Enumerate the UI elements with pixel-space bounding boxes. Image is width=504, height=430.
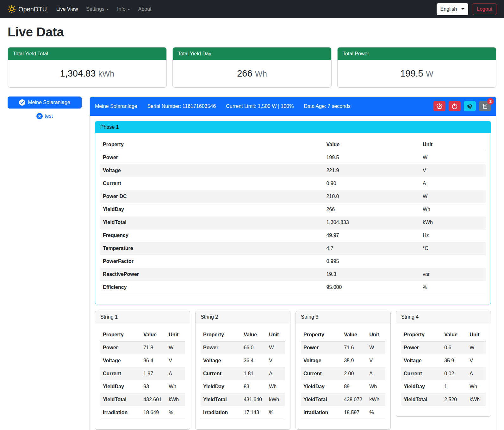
unit-cell: V bbox=[420, 164, 486, 177]
nav-item-label: Settings bbox=[86, 5, 104, 13]
table-row: YieldDay 89 Wh bbox=[301, 380, 385, 393]
limit-settings-button[interactable] bbox=[433, 101, 445, 111]
value-cell: 1.97 bbox=[141, 367, 166, 380]
card-value: 266 Wh bbox=[173, 60, 331, 87]
card-header: Total Yield Total bbox=[8, 47, 166, 60]
table-row: Frequency 49.97 Hz bbox=[100, 229, 486, 242]
value-cell: 0.6 bbox=[442, 341, 467, 354]
property-cell: Power bbox=[201, 341, 241, 354]
column-header-value: Value bbox=[141, 328, 166, 341]
unit-cell: W bbox=[166, 341, 185, 354]
property-cell: YieldDay bbox=[301, 380, 341, 393]
property-cell: YieldDay bbox=[401, 380, 442, 393]
inverter-card-header: Meine Solaranlage Serial Number: 1161716… bbox=[90, 97, 496, 116]
nav-item-label: About bbox=[138, 5, 152, 13]
property-cell: Voltage bbox=[201, 354, 241, 367]
string-table: Property Value Unit Power bbox=[201, 328, 285, 419]
unit-cell: A bbox=[166, 367, 185, 380]
value-cell: 95.000 bbox=[324, 281, 420, 294]
sidebar-item-meine-solaranlage[interactable]: Meine Solaranlage bbox=[8, 97, 82, 109]
property-cell: YieldDay bbox=[201, 380, 241, 393]
event-log-button[interactable]: 2 bbox=[479, 101, 491, 111]
value-cell: 432.601 bbox=[141, 393, 166, 406]
value-cell: 0.90 bbox=[324, 177, 420, 190]
summary-cards-row: Total Yield Total 1,304.83 kWh Total Yie… bbox=[8, 47, 496, 88]
sidebar-item-label: Meine Solaranlage bbox=[28, 100, 70, 105]
nav-item-info[interactable]: Info bbox=[114, 3, 133, 16]
table-row: YieldTotal 432.601 kWh bbox=[100, 393, 185, 406]
card-total-yield-total: Total Yield Total 1,304.83 kWh bbox=[8, 47, 167, 88]
table-header-row: Property Value Unit bbox=[100, 138, 486, 151]
property-cell: Power bbox=[401, 341, 442, 354]
unit-cell: W bbox=[420, 190, 486, 203]
value-cell: 89 bbox=[341, 380, 367, 393]
table-row: YieldDay 83 Wh bbox=[201, 380, 285, 393]
unit-cell: A bbox=[467, 367, 486, 380]
card-header: Total Yield Day bbox=[173, 47, 331, 60]
table-row: Voltage 35.9 V bbox=[301, 354, 385, 367]
phase-panel: Phase 1 Property Value Unit bbox=[95, 121, 491, 304]
nav-item-about[interactable]: About bbox=[135, 3, 155, 16]
value-cell: 17.143 bbox=[241, 406, 266, 419]
property-cell: YieldTotal bbox=[100, 216, 324, 229]
property-cell: YieldTotal bbox=[100, 393, 141, 406]
value-cell: 35.9 bbox=[442, 354, 467, 367]
string-card-body: Property Value Unit Power bbox=[196, 323, 290, 429]
table-row: PowerFactor 0.995 bbox=[100, 255, 486, 268]
unit-cell: °C bbox=[420, 242, 486, 255]
unit-cell: var bbox=[420, 268, 486, 281]
table-row: Power 0.6 W bbox=[401, 341, 486, 354]
phase-panel-body: Property Value Unit Power bbox=[95, 133, 491, 304]
sidebar-item-test[interactable]: test bbox=[8, 112, 82, 120]
check-circle-icon bbox=[19, 99, 25, 106]
event-count-badge: 2 bbox=[487, 98, 494, 105]
property-cell: Temperature bbox=[100, 242, 324, 255]
table-row: Current 1.97 A bbox=[100, 367, 185, 380]
journal-icon bbox=[482, 103, 488, 109]
string-card-body: Property Value Unit Power bbox=[296, 323, 390, 429]
column-header-unit: Unit bbox=[467, 328, 486, 341]
property-cell: YieldTotal bbox=[201, 393, 241, 406]
property-cell: Irradiation bbox=[201, 406, 241, 419]
nav-item-live-view[interactable]: Live View bbox=[53, 3, 81, 16]
property-cell: Irradiation bbox=[100, 406, 141, 419]
page-container: Live Data Total Yield Total 1,304.83 kWh… bbox=[0, 22, 504, 430]
unit-cell: kWh bbox=[166, 393, 185, 406]
table-row: Irradiation 17.143 % bbox=[201, 406, 285, 419]
value-unit: W bbox=[426, 69, 433, 78]
unit-cell: % bbox=[367, 406, 385, 419]
language-select[interactable]: English bbox=[437, 3, 468, 15]
property-cell: PowerFactor bbox=[100, 255, 324, 268]
string-card-1: String 1 Property Value Unit bbox=[95, 311, 190, 430]
value-cell: 0.02 bbox=[442, 367, 467, 380]
navbar: OpenDTU Live View Settings Info About En… bbox=[0, 0, 504, 18]
card-value: 199.5 W bbox=[338, 60, 496, 87]
column-header-value: Value bbox=[241, 328, 266, 341]
unit-cell: Wh bbox=[266, 380, 285, 393]
device-info-button[interactable] bbox=[464, 101, 476, 111]
value-cell: 210.0 bbox=[324, 190, 420, 203]
brand-link[interactable]: OpenDTU bbox=[8, 4, 47, 14]
table-row: ReactivePower 19.3 var bbox=[100, 268, 486, 281]
value-cell: 36.4 bbox=[141, 354, 166, 367]
column-header-value: Value bbox=[442, 328, 467, 341]
inverter-limit: Current Limit: 1,500 W | 100% bbox=[226, 103, 294, 110]
property-cell: Voltage bbox=[401, 354, 442, 367]
logout-button[interactable]: Logout bbox=[473, 3, 496, 15]
property-cell: Efficiency bbox=[100, 281, 324, 294]
string-card-title: String 2 bbox=[196, 311, 290, 323]
string-card-title: String 4 bbox=[396, 311, 491, 323]
inverter-sidebar: Meine Solaranlage test bbox=[8, 97, 82, 120]
chevron-down-icon bbox=[106, 9, 109, 10]
unit-cell: W bbox=[367, 341, 385, 354]
value-cell: 35.9 bbox=[341, 354, 367, 367]
power-button[interactable] bbox=[449, 101, 461, 111]
nav-item-settings[interactable]: Settings bbox=[83, 3, 112, 16]
table-row: Power DC 210.0 W bbox=[100, 190, 486, 203]
table-row: Temperature 4.7 °C bbox=[100, 242, 486, 255]
x-circle-icon bbox=[36, 113, 43, 119]
value-number: 199.5 bbox=[400, 68, 423, 78]
language-value: English bbox=[440, 5, 457, 13]
table-row: Current 1.81 A bbox=[201, 367, 285, 380]
inverter-action-buttons: 2 bbox=[433, 101, 491, 111]
